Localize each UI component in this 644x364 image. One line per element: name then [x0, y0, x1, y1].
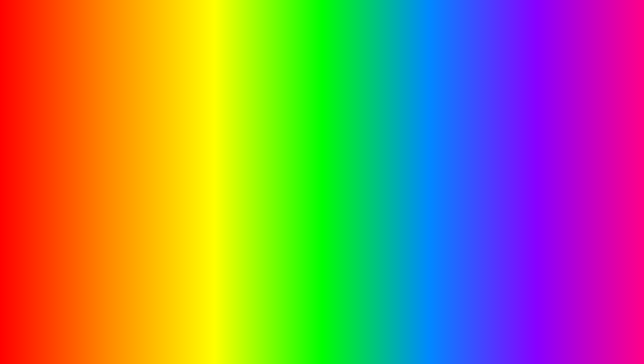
- remove-effect-checkbox[interactable]: [174, 142, 177, 145]
- left-menubar[interactable]: Main Player Teleport Dungeon Shop Settin…: [111, 97, 233, 104]
- r-menu-main[interactable]: Main: [254, 98, 262, 102]
- weapon-dropdown[interactable]: -- ▼: [316, 161, 373, 166]
- rml6[interactable]: [316, 207, 320, 211]
- r-menu-player[interactable]: Player: [266, 98, 280, 102]
- rml10[interactable]: [316, 227, 320, 230]
- auto-farm-gun-checkbox[interactable]: [114, 130, 117, 133]
- setting-section: Setting Setting 2 Setting 3 Distance X 6…: [172, 105, 232, 174]
- rml5[interactable]: [316, 201, 320, 205]
- white-screen-checkbox[interactable]: [174, 146, 177, 150]
- skill-x-row[interactable]: Skill X: [174, 159, 230, 163]
- rm3[interactable]: [255, 184, 258, 187]
- rml7[interactable]: [316, 214, 320, 217]
- health-slider[interactable]: 20/100: [114, 117, 170, 121]
- cb2[interactable]: [114, 187, 117, 190]
- r-fast-tp[interactable]: [316, 149, 320, 152]
- remove-effect-row[interactable]: Remove Effect: [174, 142, 230, 145]
- auto-spawn-cake-checkbox[interactable]: [114, 145, 117, 148]
- fast-attack-dropdown[interactable]: [Safe] Fast Attack ▼: [316, 138, 373, 143]
- menu-dungeon[interactable]: Dungeon: [165, 98, 181, 102]
- rml1[interactable]: [316, 184, 320, 187]
- skill-c-checkbox[interactable]: [174, 164, 177, 167]
- menu-shop[interactable]: Shop: [185, 98, 193, 102]
- m7[interactable]: [174, 212, 177, 216]
- skill-v-row[interactable]: Skill V: [174, 168, 230, 171]
- skill-z-checkbox[interactable]: [174, 155, 177, 158]
- r-fast-attack[interactable]: [316, 144, 320, 148]
- cb10[interactable]: [114, 222, 117, 225]
- cb4[interactable]: [114, 196, 117, 199]
- right-left-col: Main Boss Mastery Auto Farm Level Auto F…: [252, 105, 313, 233]
- distance-y-slider[interactable]: 10/100: [174, 129, 230, 133]
- menu-player[interactable]: Player: [126, 98, 139, 102]
- m2[interactable]: [174, 187, 177, 190]
- cb9[interactable]: [114, 217, 117, 221]
- r-menu-shop[interactable]: Shop: [325, 98, 333, 102]
- rm2[interactable]: [255, 180, 258, 183]
- skill-z-row[interactable]: Skill Z: [174, 155, 230, 158]
- m3[interactable]: [174, 191, 177, 195]
- auto-cake-row[interactable]: Auto Cake Prince: [114, 149, 170, 152]
- right-melee-section: Melee Observation Mirage Auto Superhuman…: [315, 176, 374, 232]
- cb8[interactable]: [114, 213, 117, 216]
- skill-c-row[interactable]: Skill C: [174, 163, 230, 167]
- black-screen-checkbox[interactable]: [174, 151, 177, 154]
- m5[interactable]: [174, 200, 177, 203]
- distance-z-slider[interactable]: 67/00: [174, 137, 230, 141]
- r-menu-settings[interactable]: Settings: [337, 98, 355, 102]
- auto-farm-gun-row[interactable]: Auto Farm Gun Mastery: [114, 129, 170, 133]
- rm5[interactable]: [255, 193, 258, 196]
- rml2[interactable]: [316, 188, 320, 192]
- left-gui-panel: RIPPER HUB V3 [Free Script] By Hajibe [B…: [110, 90, 234, 233]
- m4[interactable]: [174, 196, 177, 199]
- m8[interactable]: [174, 217, 177, 220]
- weapon-value: --: [318, 162, 322, 165]
- r-stop-chalice[interactable]: [255, 159, 258, 162]
- m9[interactable]: [174, 221, 177, 224]
- cb3[interactable]: [114, 191, 117, 195]
- distance-bring-slider[interactable]: 300/1000: [316, 130, 373, 134]
- menu-settings[interactable]: Settings: [197, 98, 215, 102]
- right-material-headers: Material Other Other2: [255, 171, 311, 174]
- r-auto-max-mastery[interactable]: [255, 124, 258, 127]
- cb7[interactable]: [114, 209, 117, 212]
- distance-x-slider[interactable]: 67/00: [174, 120, 230, 124]
- menu-teleport[interactable]: Teleport: [143, 98, 161, 102]
- r-auto-elite-hop[interactable]: [255, 153, 258, 156]
- right-menubar[interactable]: Main Player Teleport Dungeon Shop Settin…: [251, 97, 376, 104]
- rm1[interactable]: [255, 175, 258, 179]
- m1[interactable]: [174, 183, 177, 186]
- black-screen-row[interactable]: Black Screen: [174, 150, 230, 154]
- r-menu-dungeon[interactable]: Dungeon: [305, 98, 321, 102]
- auto-cake-checkbox[interactable]: [114, 149, 117, 152]
- rml9[interactable]: [316, 222, 320, 226]
- script-text: SCRIPT: [320, 321, 434, 356]
- cb6[interactable]: [114, 204, 117, 208]
- mode-farm-dropdown[interactable]: Default Mode ▼: [316, 120, 373, 125]
- r-auto-farm-chest[interactable]: [255, 118, 258, 121]
- rm7[interactable]: [255, 201, 258, 205]
- rml8[interactable]: [316, 218, 320, 221]
- r-auto-elite[interactable]: [255, 149, 258, 152]
- skill-x-checkbox[interactable]: [174, 159, 177, 163]
- rml4[interactable]: [316, 197, 320, 200]
- r-auto-set-spawn[interactable]: [316, 153, 320, 156]
- r-auto-farm-level[interactable]: [255, 113, 258, 117]
- rm6[interactable]: [255, 197, 258, 200]
- menu-main[interactable]: Main: [113, 98, 122, 102]
- cb5[interactable]: [114, 200, 117, 203]
- cb1[interactable]: [114, 183, 117, 186]
- refresh-weapon-button[interactable]: Refresh Weapon: [316, 167, 373, 173]
- skill-v-checkbox[interactable]: [174, 168, 177, 171]
- auto-farm-devil-row[interactable]: Auto Farm Devil Fruit Mastery: [114, 121, 170, 129]
- rm4[interactable]: [255, 188, 258, 192]
- white-screen-row[interactable]: White Screen: [174, 146, 230, 150]
- r-menu-teleport[interactable]: Teleport: [284, 98, 301, 102]
- race-text: RACE: [181, 321, 268, 356]
- m6[interactable]: [174, 206, 177, 209]
- m10[interactable]: [174, 225, 177, 229]
- rml3[interactable]: [316, 193, 320, 196]
- melee-section-left: Melee Observation Mirage Auto Superhuman…: [172, 175, 232, 231]
- auto-farm-devil-checkbox[interactable]: [114, 123, 117, 127]
- auto-spawn-cake-row[interactable]: Auto Spawn Cake Prince: [114, 144, 170, 148]
